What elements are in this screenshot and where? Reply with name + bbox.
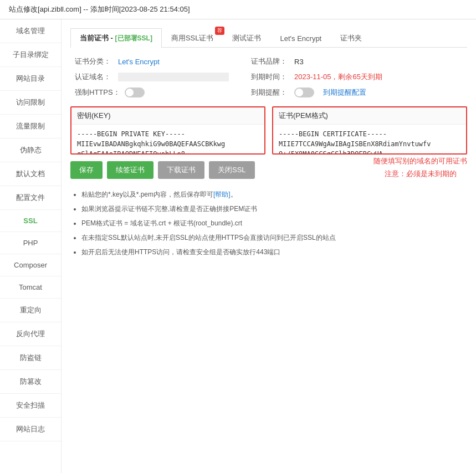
key-textarea[interactable] <box>71 125 264 153</box>
cert-domain-value <box>118 73 229 81</box>
sidebar-item-scan[interactable]: 安全扫描 <box>0 394 61 418</box>
sidebar-item-composer[interactable]: Composer <box>0 254 61 276</box>
tab-test-cert[interactable]: 测试证书 <box>223 28 270 48</box>
sidebar-item-config[interactable]: 配置文件 <box>0 186 61 210</box>
cert-reminder-row: 到期提醒： 到期提醒配置 <box>251 88 382 97</box>
tab-lets-encrypt[interactable]: Let's Encrypt <box>270 29 331 47</box>
tip-note: 随便填写别的域名的可用证书 注意：必须是未到期的 <box>373 155 467 181</box>
tip-item-0: 粘贴您的*.key以及*.pem内容，然后保存即可[帮助]。 <box>81 188 467 201</box>
tab-current-cert[interactable]: 当前证书 - [已部署SSL] <box>70 28 162 48</box>
tabs-bar: 当前证书 - [已部署SSL]商用SSL证书荐测试证书Let's Encrypt… <box>70 28 467 48</box>
close-ssl-button[interactable]: 关闭SSL <box>209 161 255 179</box>
tip-link-0[interactable]: [帮助] <box>213 191 231 198</box>
sidebar-item-subdir[interactable]: 子目录绑定 <box>0 43 61 67</box>
tab-commercial-ssl[interactable]: 商用SSL证书荐 <box>162 28 223 48</box>
reminder-config-link[interactable]: 到期提醒配置 <box>323 88 366 97</box>
sidebar-item-redirect[interactable]: 重定向 <box>0 299 61 322</box>
tab-cert-folder[interactable]: 证书夹 <box>331 28 371 48</box>
sidebar-item-reverse-proxy[interactable]: 反向代理 <box>0 322 61 346</box>
cert-pem-textarea[interactable] <box>273 125 466 153</box>
cert-brand-row: 证书品牌： R3 <box>251 56 382 66</box>
tip-item-4: 如开启后无法使用HTTPS访问，请检查安全组是否确实放行443端口 <box>81 245 467 259</box>
cert-reminder-label: 到期提醒： <box>251 88 290 97</box>
cert-expiry-row: 到期时间： 2023-11-05，剩余65天到期 <box>251 72 382 82</box>
sidebar-item-domain[interactable]: 域名管理 <box>0 19 61 43</box>
cert-brand-label: 证书品牌： <box>251 56 290 66</box>
title-bar: 站点修改[api.zibll.com] -- 添加时间[2023-08-25 2… <box>0 0 476 19</box>
sidebar-item-ssl[interactable]: SSL <box>0 210 61 232</box>
info-col-right: 证书品牌： R3 到期时间： 2023-11-05，剩余65天到期 到期提醒： … <box>251 56 382 97</box>
sidebar-item-hotlink[interactable]: 防盗链 <box>0 346 61 370</box>
reminder-toggle[interactable] <box>294 88 314 97</box>
https-toggle[interactable] <box>125 88 145 97</box>
sidebar-item-site-log[interactable]: 网站日志 <box>0 418 61 441</box>
sidebar-item-tamper[interactable]: 防篡改 <box>0 370 61 394</box>
cert-domain-row: 认证域名： <box>75 72 229 82</box>
key-box: 密钥(KEY) <box>70 106 265 155</box>
cert-info-section: 证书分类： Let's Encrypt 认证域名： 强制HTTPS： 证书品牌：… <box>70 56 467 97</box>
tip-item-1: 如果浏览器提示证书链不完整,请检查是否正确拼接PEM证书 <box>81 202 467 215</box>
cert-expiry-value: 2023-11-05，剩余65天到期 <box>294 72 382 82</box>
content-area: 当前证书 - [已部署SSL]商用SSL证书荐测试证书Let's Encrypt… <box>62 19 476 473</box>
sidebar-item-default-doc[interactable]: 默认文档 <box>0 162 61 186</box>
sidebar-item-access[interactable]: 访问限制 <box>0 91 61 115</box>
tip-note-line1: 随便填写别的域名的可用证书 <box>373 155 467 167</box>
sidebar-item-website[interactable]: 网站目录 <box>0 67 61 91</box>
download-button[interactable]: 下载证书 <box>158 161 204 179</box>
tips-area: 随便填写别的域名的可用证书 注意：必须是未到期的 粘贴您的*.key以及*.pe… <box>70 188 467 259</box>
sidebar-item-static[interactable]: 伪静态 <box>0 138 61 162</box>
tip-item-3: 在未指定SSL默认站点时,未开启SSL的站点使用HTTPS会直接访问到已开启SS… <box>81 231 467 244</box>
cert-brand-value: R3 <box>294 58 304 66</box>
cert-https-row: 强制HTTPS： <box>75 88 229 97</box>
cert-domain-label: 认证域名： <box>75 72 114 82</box>
cert-class-value: Let's Encrypt <box>118 58 160 66</box>
cert-areas: 密钥(KEY) 证书(PEM格式) <box>70 106 467 155</box>
sidebar-item-php[interactable]: PHP <box>0 232 61 254</box>
sidebar-item-tomcat[interactable]: Tomcat <box>0 276 61 299</box>
tip-item-2: PEM格式证书 = 域名证书.crt + 根证书(root_bundle).cr… <box>81 217 467 230</box>
tab-ssl-status: [已部署SSL] <box>115 34 152 42</box>
tip-note-line2: 注意：必须是未到期的 <box>373 167 467 180</box>
cert-https-label: 强制HTTPS： <box>75 88 120 97</box>
title-text: 站点修改[api.zibll.com] -- 添加时间[2023-08-25 2… <box>9 5 190 13</box>
save-button[interactable]: 保存 <box>70 161 103 179</box>
cert-class-label: 证书分类： <box>75 56 114 66</box>
tips-list: 粘贴您的*.key以及*.pem内容，然后保存即可[帮助]。如果浏览器提示证书链… <box>70 188 467 259</box>
key-box-header: 密钥(KEY) <box>71 107 264 125</box>
sidebar: 域名管理子目录绑定网站目录访问限制流量限制伪静态默认文档配置文件SSLPHPCo… <box>0 19 62 473</box>
cert-pem-header: 证书(PEM格式) <box>273 107 466 125</box>
info-col-left: 证书分类： Let's Encrypt 认证域名： 强制HTTPS： <box>75 56 229 97</box>
cert-class-row: 证书分类： Let's Encrypt <box>75 56 229 66</box>
renew-button[interactable]: 续签证书 <box>107 161 153 179</box>
cert-expiry-label: 到期时间： <box>251 72 290 82</box>
sidebar-item-traffic[interactable]: 流量限制 <box>0 115 61 138</box>
cert-pem-box: 证书(PEM格式) <box>272 106 467 155</box>
